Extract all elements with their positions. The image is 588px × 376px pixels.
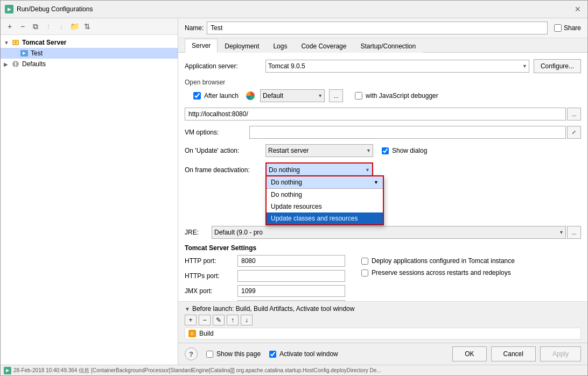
jre-select[interactable]: Default (9.0 - pro xyxy=(212,226,566,239)
dropdown-header-item[interactable]: Do nothing ▼ xyxy=(267,176,383,189)
add-config-button[interactable]: + xyxy=(4,20,16,32)
on-update-select[interactable]: Restart server xyxy=(265,144,373,157)
https-port-input[interactable] xyxy=(237,270,345,282)
expand-arrow-tomcat: ▼ xyxy=(4,40,10,46)
share-label: Share xyxy=(564,24,581,32)
after-launch-checkbox[interactable] xyxy=(193,92,201,100)
before-launch-down-button[interactable]: ↓ xyxy=(241,315,253,325)
tab-server[interactable]: Server xyxy=(185,39,218,53)
ports-and-options: HTTP port: HTTPs port: JMX port: AJP por… xyxy=(185,255,581,301)
sidebar-toolbar: + − ⧉ ↑ ↓ 📁 ⇅ xyxy=(1,18,178,35)
after-launch-label: After launch xyxy=(204,92,239,100)
on-frame-deactivation-label: On frame deactivation: xyxy=(185,166,265,174)
before-launch-toolbar: + − ✎ ↑ ↓ xyxy=(185,315,581,325)
status-text: 28-Feb-2018 10:40:49.364 信息 [ContainerBa… xyxy=(13,367,381,374)
apply-button[interactable]: Apply xyxy=(540,346,581,361)
move-down-button[interactable]: ↓ xyxy=(55,20,67,32)
on-frame-deactivation-select[interactable]: Do nothing xyxy=(267,164,372,176)
tomcat-settings-header: Tomcat Server Settings xyxy=(185,244,581,252)
run-debug-configurations-window: ▶ Run/Debug Configurations ✕ + − ⧉ ↑ ↓ 📁… xyxy=(0,0,588,376)
window-icon: ▶ xyxy=(5,5,13,13)
tab-deployment[interactable]: Deployment xyxy=(218,39,266,53)
show-page-checkbox[interactable] xyxy=(206,351,213,358)
show-page-label[interactable]: Show this page xyxy=(206,350,261,358)
sidebar-item-tomcat-server[interactable]: ▼ Tomcat Server xyxy=(1,37,178,48)
bottom-right: OK Cancel Apply xyxy=(452,346,581,361)
dropdown-option-update-classes[interactable]: Update classes and resources xyxy=(267,212,383,224)
js-debugger-checkbox[interactable] xyxy=(355,92,362,100)
before-launch-up-button[interactable]: ↑ xyxy=(227,315,239,325)
ajp-port-input[interactable] xyxy=(237,300,345,301)
tab-logs[interactable]: Logs xyxy=(266,39,294,53)
vm-expand-button[interactable]: ⤢ xyxy=(567,126,581,139)
preserve-sessions-checkbox[interactable] xyxy=(361,269,368,276)
sidebar-item-test[interactable]: ▶ Test xyxy=(1,48,178,59)
jmx-port-input[interactable] xyxy=(237,285,345,297)
jmx-port-label: JMX port: xyxy=(185,287,233,295)
activate-window-checkbox[interactable] xyxy=(269,351,276,358)
before-launch-toggle-icon: ▼ xyxy=(185,306,190,312)
deploy-apps-checkbox[interactable] xyxy=(361,258,368,265)
dropdown-option-do-nothing[interactable]: Do nothing xyxy=(267,189,383,201)
jre-more-button[interactable]: ... xyxy=(567,226,581,239)
sidebar-item-defaults[interactable]: ▶ Defaults xyxy=(1,59,178,69)
copy-config-button[interactable]: ⧉ xyxy=(30,20,41,32)
vm-options-row: VM options: ⤢ xyxy=(185,126,581,139)
application-server-select[interactable]: Tomcat 9.0.5 xyxy=(265,60,529,73)
show-dialog-checkbox[interactable] xyxy=(382,147,389,154)
show-dialog-label: Show dialog xyxy=(392,147,427,154)
dropdown-option-update-resources[interactable]: Update resources xyxy=(267,201,383,212)
help-button[interactable]: ? xyxy=(185,347,198,360)
sidebar: + − ⧉ ↑ ↓ 📁 ⇅ ▼ xyxy=(1,18,178,365)
before-launch-remove-button[interactable]: − xyxy=(199,315,211,325)
vm-options-input[interactable] xyxy=(249,126,566,139)
vm-options-label: VM options: xyxy=(185,129,249,136)
before-launch-build-item: B Build xyxy=(185,328,581,339)
svg-rect-7 xyxy=(15,66,16,67)
tomcat-server-icon xyxy=(11,38,20,47)
ports-section: HTTP port: HTTPs port: JMX port: AJP por… xyxy=(185,255,345,301)
tomcat-settings-label: Tomcat Server Settings xyxy=(185,244,256,252)
before-launch-edit-button[interactable]: ✎ xyxy=(213,315,225,325)
https-port-label: HTTPs port: xyxy=(185,272,233,280)
title-bar-left: ▶ Run/Debug Configurations xyxy=(5,5,93,13)
name-input[interactable] xyxy=(207,22,548,34)
browser-select[interactable]: Default xyxy=(260,89,325,102)
url-more-button[interactable]: ... xyxy=(567,108,581,120)
js-debugger-label: with JavaScript debugger xyxy=(366,92,438,100)
remove-config-button[interactable]: − xyxy=(17,20,29,32)
preserve-sessions-label[interactable]: Preserve sessions across restarts and re… xyxy=(361,269,581,276)
tab-startup-connection[interactable]: Startup/Connection xyxy=(353,39,423,53)
deploy-apps-label[interactable]: Deploy applications configured in Tomcat… xyxy=(361,257,581,265)
name-label: Name: xyxy=(185,24,204,32)
status-icon: ▶ xyxy=(4,367,11,374)
configure-button[interactable]: Configure... xyxy=(534,59,581,73)
folder-button[interactable]: 📁 xyxy=(68,20,80,32)
url-input[interactable] xyxy=(185,108,566,120)
cancel-button[interactable]: Cancel xyxy=(491,346,536,361)
browser-more-button[interactable]: ... xyxy=(329,89,343,102)
before-launch-add-button[interactable]: + xyxy=(185,315,197,325)
test-label: Test xyxy=(31,49,43,57)
move-up-button[interactable]: ↑ xyxy=(43,20,54,32)
jre-row: JRE: Default (9.0 - pro ... xyxy=(185,226,581,239)
bottom-left: ? Show this page Activate tool window xyxy=(185,347,338,360)
open-browser-label: Open browser xyxy=(185,79,581,86)
main-panel: Name: Share Server Deployment Logs Code … xyxy=(178,18,587,365)
ok-button[interactable]: OK xyxy=(452,346,486,361)
open-browser-section: Open browser After launch Default ... xyxy=(185,79,581,102)
http-port-label: HTTP port: xyxy=(185,257,233,265)
jre-label: JRE: xyxy=(185,229,212,236)
close-button[interactable]: ✕ xyxy=(572,4,583,15)
show-dialog-container: Show dialog xyxy=(382,147,427,154)
tab-code-coverage[interactable]: Code Coverage xyxy=(294,39,353,53)
build-icon: B xyxy=(188,330,196,337)
sort-button[interactable]: ⇅ xyxy=(81,20,93,32)
on-update-label: On 'Update' action: xyxy=(185,147,265,154)
activate-window-label[interactable]: Activate tool window xyxy=(269,350,338,358)
share-checkbox[interactable] xyxy=(554,24,562,32)
name-row: Name: Share xyxy=(178,18,587,38)
browser-select-wrapper: Default xyxy=(260,89,325,102)
http-port-input[interactable] xyxy=(237,255,345,267)
dropdown-header-arrow: ▼ xyxy=(374,180,379,185)
